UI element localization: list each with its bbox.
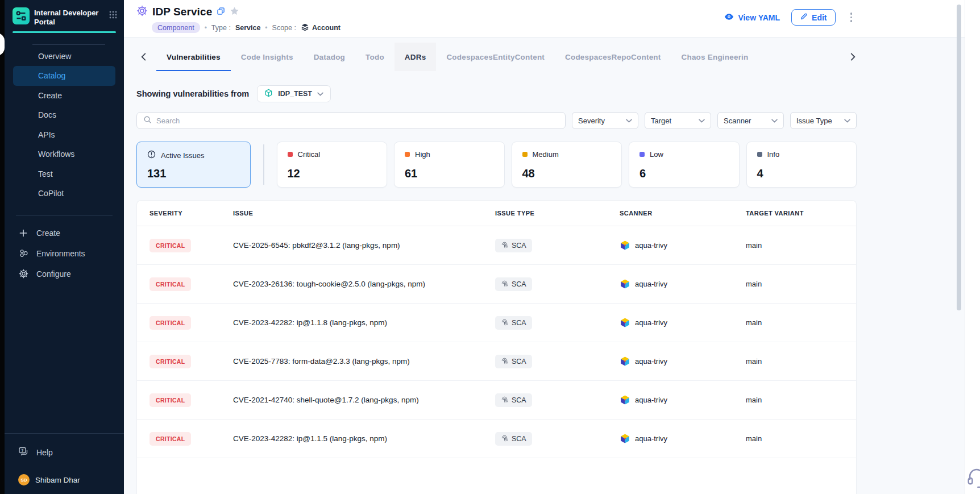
severity-badge: CRITICAL [150,316,191,330]
sidebar-item-label: Overview [38,52,71,61]
severity-card[interactable]: Info 4 [746,142,857,188]
tab[interactable]: CodespacesRepoContent [555,43,671,71]
sidebar-item[interactable]: APIs [13,125,115,145]
layers-icon [301,23,309,33]
fingerprint-icon [501,435,508,442]
fingerprint-icon [501,280,508,288]
table-row[interactable]: CRITICAL CVE-2023-42282: ip@1.1.5 (lang-… [137,420,856,458]
sidebar: Internal Developer Portal Overview Catal… [5,0,124,494]
sidebar-item[interactable]: CoPilot [13,184,115,204]
severity-filter[interactable]: Severity [572,112,638,129]
scanner-cell: aqua-trivy [620,433,746,444]
source-selector[interactable]: IDP_TEST [257,85,331,102]
help-button[interactable]: ? Help [5,446,124,458]
tab[interactable]: Chaos Engineerin [671,43,759,71]
severity-card[interactable]: Critical 12 [277,142,388,188]
issue-title: CVE-2025-7783: form-data@2.3.3 (lang-pkg… [233,357,495,366]
tab[interactable]: ADRs [395,43,437,71]
scrollbar-thumb[interactable] [957,5,961,310]
kind-badge[interactable]: Component [152,22,200,33]
sidebar-item[interactable]: Overview [13,47,115,67]
service-gear-icon [136,5,148,19]
avatar: SD [18,474,30,485]
separator-dot: • [265,24,267,32]
chevron-down-icon [844,119,850,123]
tab[interactable]: Datadog [304,43,355,71]
card-value: 4 [757,167,846,180]
table-row[interactable]: CRITICAL CVE-2025-7783: form-data@2.3.3 … [137,342,856,381]
scope-label: Scope : [272,24,296,32]
severity-card[interactable]: Medium 48 [512,142,622,188]
tab[interactable]: Todo [355,43,395,71]
target-filter[interactable]: Target [645,112,711,129]
more-options-kebab-icon[interactable] [847,10,856,24]
issue-type-chip: SCA [495,355,532,368]
tabs-scroll-left-icon[interactable] [136,53,151,61]
card-label: Active Issues [161,151,205,160]
card-value: 48 [522,167,612,180]
sidebar-item[interactable]: Workflows [13,144,115,164]
sidebar-action-configure[interactable]: Configure [5,264,124,284]
sidebar-item-label: Create [38,91,62,100]
sidebar-item[interactable]: Docs [13,105,115,125]
sidebar-footer: ? Help SD Shibam Dhar [5,433,124,485]
tabs-scroll-right-icon[interactable] [846,53,860,61]
edit-button[interactable]: Edit [791,9,835,26]
target-variant: main [746,318,856,327]
severity-badge: CRITICAL [150,355,191,368]
scanner-filter[interactable]: Scanner [717,112,784,129]
table-row[interactable]: CRITICAL CVE-2023-26136: tough-cookie@2.… [137,265,856,304]
chevron-down-icon [699,119,705,123]
severity-card[interactable]: Low 6 [629,142,740,188]
sidebar-item-label: APIs [38,130,55,139]
favorite-star-icon[interactable] [230,6,239,18]
table-header: SEVERITY ISSUE ISSUE TYPE SCANNER TARGET… [137,201,856,226]
column-scanner: SCANNER [620,210,746,217]
table-row[interactable]: CRITICAL CVE-2025-6545: pbkdf2@3.1.2 (la… [137,226,856,265]
sidebar-item-label: Catalog [38,71,65,80]
sidebar-item[interactable]: Create [13,86,115,106]
sidebar-action-environments[interactable]: Environments [5,243,124,264]
scanner-cell: aqua-trivy [620,279,746,289]
cards-divider [263,144,264,185]
tab[interactable]: Vulnerabilities [156,43,231,71]
table-row[interactable]: CRITICAL CVE-2023-42282: ip@1.1.8 (lang-… [137,304,856,342]
severity-card[interactable]: High 61 [394,142,505,188]
sidebar-item[interactable]: Catalog [13,66,115,86]
search-input[interactable] [156,117,559,125]
sidebar-item[interactable]: Test [13,164,115,184]
table-body: CRITICAL CVE-2025-6545: pbkdf2@3.1.2 (la… [137,226,856,458]
brand-title: Internal Developer Portal [34,7,105,27]
column-severity: SEVERITY [150,210,233,217]
scope-value: Account [312,24,340,32]
copy-icon[interactable] [217,7,225,18]
sidebar-item-label: Docs [38,110,56,119]
eye-icon [724,13,734,22]
search-box [136,112,566,129]
tab[interactable]: CodespacesEntityContent [436,43,555,71]
view-yaml-button[interactable]: View YAML [724,13,780,22]
apps-grid-icon[interactable] [109,11,117,21]
support-headset-icon[interactable] [966,466,980,490]
issue-type-filter[interactable]: Issue Type [790,112,857,129]
background-window-edge [0,0,5,494]
sidebar-nav: Overview Catalog Create Docs APIs Workfl… [5,47,124,204]
table-row[interactable]: CRITICAL CVE-2021-42740: shell-quote@1.7… [137,381,856,420]
sidebar-item-label: CoPilot [38,189,64,198]
issue-title: CVE-2021-42740: shell-quote@1.7.2 (lang-… [233,396,495,404]
user-menu[interactable]: SD Shibam Dhar [5,474,124,485]
search-icon [143,115,152,126]
fingerprint-icon [501,396,508,404]
alert-circle-icon [147,150,156,160]
source-selector-value: IDP_TEST [278,90,312,98]
trivy-icon [620,240,630,251]
tab[interactable]: Code Insights [231,43,304,71]
severity-badge: CRITICAL [150,393,191,407]
scanner-cell: aqua-trivy [620,317,746,328]
main-area: IDP Service Component • Type : Service •… [124,0,980,494]
target-variant: main [746,280,856,288]
card-label: High [415,150,430,159]
sidebar-action-create[interactable]: Create [5,223,124,243]
chevron-down-icon [317,92,323,96]
active-issues-card[interactable]: Active Issues 131 [136,142,251,188]
